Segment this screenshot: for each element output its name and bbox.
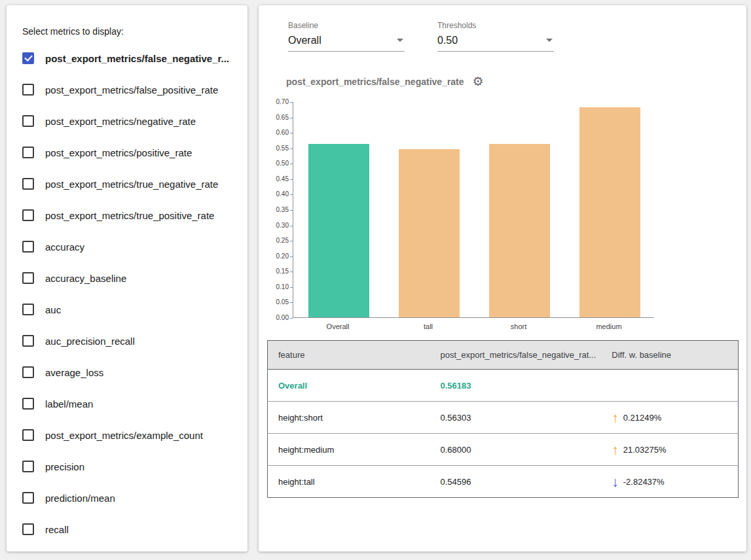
y-axis-tick [290, 164, 293, 164]
metric-checkbox-item[interactable]: label/mean [22, 388, 241, 419]
metrics-list: post_export_metrics/false_negative_r...p… [22, 43, 241, 545]
x-axis-tick-label: tall [424, 323, 433, 330]
x-axis-tick-label: short [511, 323, 526, 330]
value-cell: 0.54596 [430, 466, 602, 498]
metric-select-panel: Select metrics to display: post_export_m… [7, 5, 247, 551]
metric-label: auc_precision_recall [45, 336, 135, 347]
y-axis-tick [290, 179, 293, 180]
checkbox-unchecked-icon[interactable] [22, 84, 34, 96]
checkbox-unchecked-icon[interactable] [22, 209, 34, 221]
gear-icon[interactable]: ⚙ [473, 75, 484, 88]
chart-plot-area [293, 102, 654, 318]
y-axis-tick [290, 302, 293, 303]
metric-label: label/mean [45, 398, 93, 410]
checkbox-unchecked-icon[interactable] [22, 272, 34, 284]
metric-checkbox-item[interactable]: post_export_metrics/false_negative_r... [22, 43, 241, 74]
metric-checkbox-item[interactable]: post_export_metrics/true_negative_rate [22, 168, 241, 200]
y-axis-tick-label: 0.15 [266, 268, 289, 275]
metric-checkbox-item[interactable]: prediction/mean [22, 482, 241, 514]
checkbox-checked-icon[interactable] [22, 52, 34, 64]
metric-label: accuracy_baseline [45, 273, 126, 284]
table-header-cell: Diff. w. baseline [601, 341, 738, 370]
table-row: height:medium0.68000↑21.03275% [268, 434, 739, 466]
bar-medium[interactable] [579, 107, 640, 317]
y-axis-tick [290, 210, 293, 211]
metric-checkbox-item[interactable]: precision [22, 451, 241, 482]
metric-label: prediction/mean [45, 493, 115, 504]
chart-header: post_export_metrics/false_negative_rate … [286, 75, 739, 88]
x-axis-tick-label: medium [596, 323, 621, 330]
metric-checkbox-item[interactable]: average_loss [22, 357, 241, 388]
chevron-down-icon [397, 39, 403, 42]
checkbox-unchecked-icon[interactable] [22, 398, 34, 410]
y-axis-tick [290, 226, 293, 226]
metric-checkbox-item[interactable]: accuracy_baseline [22, 262, 241, 294]
checkbox-unchecked-icon[interactable] [22, 461, 34, 472]
bar-short[interactable] [489, 144, 550, 317]
checkbox-unchecked-icon[interactable] [22, 366, 34, 378]
metric-checkbox-item[interactable]: recall [22, 514, 241, 545]
y-axis-tick [290, 102, 293, 103]
metric-label: recall [45, 524, 69, 535]
thresholds-select-label: Thresholds [437, 21, 554, 30]
y-axis-tick [290, 256, 293, 257]
y-axis-tick [290, 318, 293, 319]
checkbox-unchecked-icon[interactable] [22, 304, 34, 315]
chart-title: post_export_metrics/false_negative_rate [286, 77, 464, 87]
thresholds-select[interactable]: Thresholds 0.50 [437, 21, 554, 52]
bar-tall[interactable] [399, 149, 460, 317]
checkbox-unchecked-icon[interactable] [22, 115, 34, 127]
diff-value: -2.82437% [623, 477, 665, 487]
metric-label: accuracy [45, 241, 84, 253]
diff-cell [601, 370, 738, 402]
checkbox-unchecked-icon[interactable] [22, 335, 34, 347]
value-cell: 0.68000 [430, 434, 602, 466]
checkbox-unchecked-icon[interactable] [22, 241, 34, 253]
thresholds-select-value: 0.50 [437, 34, 458, 46]
metrics-table: featurepost_export_metrics/false_negativ… [267, 340, 739, 498]
table-header-cell: post_export_metrics/false_negative_rat..… [430, 341, 602, 370]
baseline-select[interactable]: Baseline Overall [288, 21, 405, 52]
y-axis-tick-label: 0.30 [266, 222, 289, 229]
y-axis-tick [290, 149, 293, 149]
y-axis-tick [290, 287, 293, 288]
y-axis-tick-label: 0.70 [266, 98, 289, 105]
metric-checkbox-item[interactable]: post_export_metrics/negative_rate [22, 105, 241, 137]
feature-cell: height:medium [268, 434, 430, 466]
metric-checkbox-item[interactable]: auc_precision_recall [22, 325, 241, 357]
bar-Overall[interactable] [308, 144, 369, 317]
y-axis-tick-label: 0.25 [266, 237, 289, 244]
y-axis-tick-label: 0.05 [266, 298, 289, 306]
metric-label: post_export_metrics/positive_rate [45, 147, 192, 158]
metric-label: auc [45, 304, 61, 315]
checkbox-unchecked-icon[interactable] [22, 492, 34, 504]
y-axis-tick [290, 194, 293, 195]
y-axis-tick-label: 0.20 [266, 253, 289, 260]
table-header-cell: feature [268, 341, 430, 370]
checkbox-unchecked-icon[interactable] [22, 178, 34, 190]
y-axis-tick [290, 133, 293, 133]
metric-results-panel: Baseline Overall Thresholds 0.50 post_ex… [259, 5, 746, 551]
checkbox-unchecked-icon[interactable] [22, 429, 34, 441]
metric-checkbox-item[interactable]: accuracy [22, 231, 241, 262]
y-axis-tick-label: 0.40 [266, 190, 289, 198]
metric-checkbox-item[interactable]: post_export_metrics/example_count [22, 419, 241, 451]
checkbox-unchecked-icon[interactable] [22, 523, 34, 535]
table-header-row: featurepost_export_metrics/false_negativ… [268, 341, 739, 370]
y-axis-tick [290, 118, 293, 118]
feature-cell: height:tall [268, 466, 430, 498]
metric-label: post_export_metrics/true_negative_rate [45, 179, 218, 190]
table-row: height:short0.56303↑0.21249% [268, 402, 739, 434]
y-axis-tick-label: 0.35 [266, 206, 289, 213]
metric-checkbox-item[interactable]: auc [22, 294, 241, 325]
y-axis-tick [290, 271, 293, 272]
metric-label: average_loss [45, 367, 103, 378]
baseline-select-label: Baseline [288, 21, 405, 30]
x-axis-tick-label: Overall [327, 323, 350, 330]
fairness-indicators-app: Select metrics to display: post_export_m… [0, 0, 751, 560]
metric-checkbox-item[interactable]: post_export_metrics/true_positive_rate [22, 200, 241, 231]
metric-label: post_export_metrics/false_negative_r... [45, 53, 229, 64]
metric-checkbox-item[interactable]: post_export_metrics/false_positive_rate [22, 74, 241, 105]
metric-checkbox-item[interactable]: post_export_metrics/positive_rate [22, 137, 241, 168]
checkbox-unchecked-icon[interactable] [22, 147, 34, 158]
